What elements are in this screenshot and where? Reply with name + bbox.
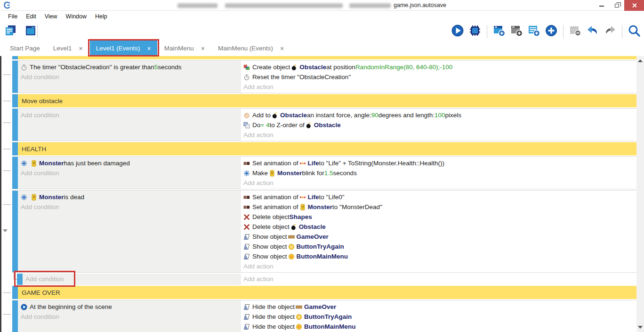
add-action-placeholder[interactable]: Add action — [241, 261, 636, 271]
object-name: Obstacle — [299, 222, 326, 232]
redo-button[interactable] — [603, 24, 617, 39]
event-handle-tick[interactable] — [3, 122, 11, 123]
add-action-placeholder[interactable]: Add action — [241, 178, 636, 188]
menu-item-view[interactable]: View — [40, 13, 62, 20]
actions-cell[interactable]: Hide the object GameOverHide the object … — [240, 300, 636, 332]
event-row[interactable]: Monster has just been damagedAdd conditi… — [12, 156, 636, 189]
action-line[interactable]: Set animation of Life to "Life0" — [241, 192, 636, 202]
action-line[interactable]: Set animation of Life to "Life" + ToStri… — [241, 158, 636, 168]
tab-mainmenu-events[interactable]: MainMenu (Events)× — [212, 40, 290, 56]
add-action-placeholder[interactable]: Add action — [241, 130, 636, 140]
close-button[interactable] — [624, 0, 644, 11]
action-line[interactable]: Reset the timer "ObstacleCreation" — [241, 72, 636, 82]
actions-cell[interactable]: Set animation of Life to "Life" + ToStri… — [240, 157, 636, 189]
event-handle-tick[interactable] — [3, 74, 11, 75]
event-handle-tick[interactable] — [3, 314, 11, 315]
add-action-placeholder[interactable]: Add action — [241, 274, 636, 284]
add-condition-placeholder[interactable]: Add condition — [18, 312, 240, 322]
event-row[interactable]: Monster is deadAdd conditionSet animatio… — [12, 190, 636, 273]
action-line[interactable]: Hide the object ButtonMainMenu — [241, 322, 636, 332]
group-row-partial[interactable] — [12, 56, 636, 59]
conditions-cell[interactable]: At the beginning of the sceneAdd conditi… — [18, 300, 240, 332]
tab-start-page[interactable]: Start Page — [4, 40, 46, 56]
condition-line[interactable]: Monster has just been damaged — [18, 158, 240, 168]
search-button[interactable] — [627, 24, 641, 39]
menu-item-help[interactable]: Help — [91, 13, 112, 20]
add-condition-placeholder[interactable]: Add condition — [18, 110, 240, 120]
scroll-down-icon[interactable] — [638, 326, 643, 329]
action-line[interactable]: Hide the object ButtonTryAgain — [241, 312, 636, 322]
add-condition-placeholder[interactable]: Add condition — [23, 274, 240, 284]
menu-item-edit[interactable]: Edit — [22, 13, 40, 20]
event-handle-tick[interactable] — [3, 170, 11, 171]
event-handle-tick[interactable] — [3, 101, 11, 101]
action-line[interactable]: Make Monster blink for 1.5 seconds — [241, 168, 636, 178]
group-row[interactable]: HEALTH — [12, 142, 636, 155]
group-header: GAME OVER — [18, 286, 636, 299]
conditions-cell[interactable]: Add condition — [23, 274, 240, 285]
event-handle-tick[interactable] — [3, 204, 11, 205]
add-comment-button[interactable] — [527, 24, 541, 39]
tab-level1-events[interactable]: Level1 (Events)× — [90, 40, 157, 56]
conditions-cell[interactable]: Add condition — [18, 109, 240, 141]
vertical-scrollbar[interactable] — [636, 56, 644, 332]
scene-list-button[interactable] — [4, 24, 18, 39]
menu-item-window[interactable]: Window — [62, 13, 91, 20]
sub-event-row[interactable]: Add conditionAdd action — [12, 274, 636, 285]
actions-cell[interactable]: Set animation of Life to "Life0"Set anim… — [240, 191, 636, 272]
conditions-cell[interactable]: The timer "ObstacleCreation" is greater … — [18, 61, 240, 93]
action-line[interactable]: Hide the object GameOver — [241, 302, 636, 312]
conditions-cell[interactable]: Monster has just been damagedAdd conditi… — [18, 157, 240, 189]
collapse-arrow-icon[interactable] — [3, 229, 8, 232]
add-something-button[interactable] — [544, 24, 558, 39]
object-name: Monster — [277, 168, 302, 178]
action-line[interactable]: Do = 4 to Z-order of Obstacle — [241, 120, 636, 130]
scroll-up-icon[interactable] — [638, 59, 643, 62]
tab-close-icon[interactable]: × — [147, 45, 151, 52]
action-line[interactable]: Delete object Shapes — [241, 212, 636, 222]
add-condition-placeholder[interactable]: Add condition — [18, 202, 240, 212]
condition-line[interactable]: The timer "ObstacleCreation" is greater … — [18, 62, 240, 72]
tab-close-icon[interactable]: × — [79, 45, 83, 52]
play-button[interactable] — [451, 24, 465, 39]
actions-cell[interactable]: Add action — [240, 274, 636, 285]
action-line[interactable]: Show object ButtonMainMenu — [241, 251, 636, 261]
action-line[interactable]: Show object ButtonTryAgain — [241, 242, 636, 251]
add-subevent-button[interactable] — [509, 24, 523, 39]
debug-button[interactable] — [468, 24, 482, 39]
add-action-placeholder[interactable]: Add action — [241, 82, 636, 92]
condition-line[interactable]: At the beginning of the scene — [18, 302, 240, 312]
tab-close-icon[interactable]: × — [280, 45, 284, 52]
tab-level1[interactable]: Level1× — [47, 40, 89, 56]
add-condition-placeholder[interactable]: Add condition — [18, 72, 240, 82]
group-label: HEALTH — [18, 146, 46, 153]
action-line[interactable]: Show object GameOver — [241, 232, 636, 242]
event-row[interactable]: Add conditionAdd to Obstacle an instant … — [12, 108, 636, 141]
event-handle-tick[interactable] — [3, 292, 11, 293]
add-condition-placeholder[interactable]: Add condition — [18, 168, 240, 178]
event-handle-tick[interactable] — [3, 149, 11, 149]
tab-mainmenu[interactable]: MainMenu× — [158, 40, 211, 56]
restore-button[interactable] — [609, 0, 624, 11]
conditions-cell[interactable]: Monster is deadAdd condition — [18, 191, 240, 272]
minimize-button[interactable] — [594, 0, 609, 11]
object-name: GameOver — [297, 232, 329, 242]
event-row[interactable]: The timer "ObstacleCreation" is greater … — [12, 60, 636, 93]
condition-line[interactable]: Monster is dead — [18, 192, 240, 202]
group-row[interactable]: Move obstacle — [12, 94, 636, 107]
action-line[interactable]: Set animation of Monster to "MonsterDead… — [241, 202, 636, 212]
action-line[interactable]: Delete object Obstacle — [241, 222, 636, 232]
action-line[interactable]: Add to Obstacle an instant force, angle:… — [241, 110, 636, 120]
toolbar-separator — [37, 25, 38, 38]
event-row[interactable]: At the beginning of the sceneAdd conditi… — [12, 300, 636, 332]
tab-close-icon[interactable]: × — [201, 45, 205, 52]
actions-cell[interactable]: Create object Obstacle at position Rando… — [240, 61, 636, 93]
scene-window-button[interactable] — [24, 24, 38, 39]
group-row[interactable]: GAME OVER — [12, 286, 636, 299]
actions-cell[interactable]: Add to Obstacle an instant force, angle:… — [240, 109, 636, 141]
remove-event-button[interactable] — [568, 24, 582, 39]
action-line[interactable]: Create object Obstacle at position Rando… — [241, 62, 636, 72]
add-event-button[interactable] — [492, 24, 506, 39]
menu-item-file[interactable]: File — [4, 13, 22, 20]
undo-button[interactable] — [586, 24, 600, 39]
